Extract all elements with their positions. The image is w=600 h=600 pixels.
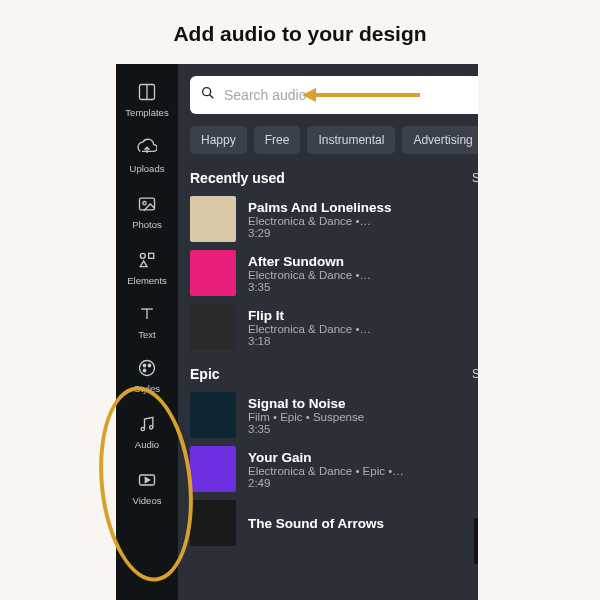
svg-rect-5: [149, 253, 154, 258]
see-all-link[interactable]: See all: [472, 367, 478, 381]
chip-free[interactable]: Free: [254, 126, 301, 154]
track-title: Flip It: [248, 308, 371, 323]
track-list-recent: Palms And Loneliness Electronica & Dance…: [190, 196, 478, 350]
photos-icon: [136, 193, 158, 215]
elements-icon: [136, 249, 158, 271]
track-cover: [190, 500, 236, 546]
track-subtitle: Electronica & Dance •…: [248, 323, 371, 335]
track-title: Palms And Loneliness: [248, 200, 392, 215]
section-title: Recently used: [190, 170, 285, 186]
sidebar-item-styles[interactable]: Styles: [116, 348, 178, 402]
sidebar-item-label: Text: [138, 329, 155, 340]
svg-point-11: [150, 425, 153, 428]
section-head-epic: Epic See all: [190, 366, 478, 382]
track-title: Signal to Noise: [248, 396, 364, 411]
track-row[interactable]: After Sundown Electronica & Dance •… 3:3…: [190, 250, 478, 296]
sidebar-item-elements[interactable]: Elements: [116, 240, 178, 294]
audio-panel: Happy Free Instrumental Advertising Rece…: [178, 64, 478, 600]
track-title: After Sundown: [248, 254, 371, 269]
section-head-recent: Recently used See all: [190, 170, 478, 186]
styles-icon: [136, 357, 158, 379]
track-subtitle: Electronica & Dance • Epic •…: [248, 465, 404, 477]
track-duration: 3:18: [248, 335, 371, 347]
track-cover: [190, 196, 236, 242]
sidebar-item-label: Styles: [134, 383, 160, 394]
track-title: The Sound of Arrows: [248, 516, 384, 531]
sidebar-item-label: Templates: [125, 107, 168, 118]
sidebar-item-label: Audio: [135, 439, 159, 450]
audio-icon: [136, 413, 158, 435]
svg-point-13: [203, 88, 211, 96]
sidebar-item-label: Uploads: [130, 163, 165, 174]
track-cover: [190, 304, 236, 350]
search-row: [190, 76, 478, 114]
chip-advertising[interactable]: Advertising: [402, 126, 478, 154]
search-input[interactable]: [224, 87, 478, 103]
svg-point-3: [143, 201, 146, 204]
track-subtitle: Electronica & Dance •…: [248, 269, 371, 281]
sidebar: Templates Uploads Photos Elements Text: [116, 64, 178, 600]
sidebar-item-audio[interactable]: Audio: [116, 404, 178, 458]
track-duration: 3:35: [248, 423, 364, 435]
track-subtitle: Electronica & Dance •…: [248, 215, 392, 227]
section-title: Epic: [190, 366, 220, 382]
panel-grab-handle[interactable]: [474, 518, 478, 564]
svg-line-14: [210, 95, 214, 99]
track-duration: 3:35: [248, 281, 371, 293]
track-list-epic: Signal to Noise Film • Epic • Suspense 3…: [190, 392, 478, 546]
videos-icon: [136, 469, 158, 491]
track-title: Your Gain: [248, 450, 404, 465]
track-duration: 2:49: [248, 477, 404, 489]
sidebar-item-label: Videos: [133, 495, 162, 506]
svg-point-10: [141, 427, 144, 430]
track-cover: [190, 446, 236, 492]
chip-happy[interactable]: Happy: [190, 126, 247, 154]
svg-point-6: [140, 360, 155, 375]
chip-row: Happy Free Instrumental Advertising: [190, 126, 478, 154]
svg-point-9: [143, 369, 146, 372]
sidebar-item-photos[interactable]: Photos: [116, 184, 178, 238]
text-icon: [136, 303, 158, 325]
sidebar-item-templates[interactable]: Templates: [116, 72, 178, 126]
page-title: Add audio to your design: [0, 0, 600, 46]
sidebar-item-label: Elements: [127, 275, 167, 286]
sidebar-item-label: Photos: [132, 219, 162, 230]
svg-point-8: [148, 364, 151, 367]
chip-instrumental[interactable]: Instrumental: [307, 126, 395, 154]
track-row[interactable]: Your Gain Electronica & Dance • Epic •… …: [190, 446, 478, 492]
sidebar-item-uploads[interactable]: Uploads: [116, 128, 178, 182]
sidebar-item-videos[interactable]: Videos: [116, 460, 178, 514]
track-subtitle: Film • Epic • Suspense: [248, 411, 364, 423]
svg-point-4: [140, 253, 145, 258]
templates-icon: [136, 81, 158, 103]
app-window: Templates Uploads Photos Elements Text: [116, 64, 478, 600]
track-row[interactable]: The Sound of Arrows: [190, 500, 478, 546]
track-cover: [190, 250, 236, 296]
uploads-icon: [136, 137, 158, 159]
track-row[interactable]: Palms And Loneliness Electronica & Dance…: [190, 196, 478, 242]
track-duration: 3:29: [248, 227, 392, 239]
track-row[interactable]: Signal to Noise Film • Epic • Suspense 3…: [190, 392, 478, 438]
track-row[interactable]: Flip It Electronica & Dance •… 3:18: [190, 304, 478, 350]
track-cover: [190, 392, 236, 438]
svg-point-7: [143, 364, 146, 367]
sidebar-item-text[interactable]: Text: [116, 296, 178, 346]
search-icon: [200, 85, 216, 105]
see-all-link[interactable]: See all: [472, 171, 478, 185]
